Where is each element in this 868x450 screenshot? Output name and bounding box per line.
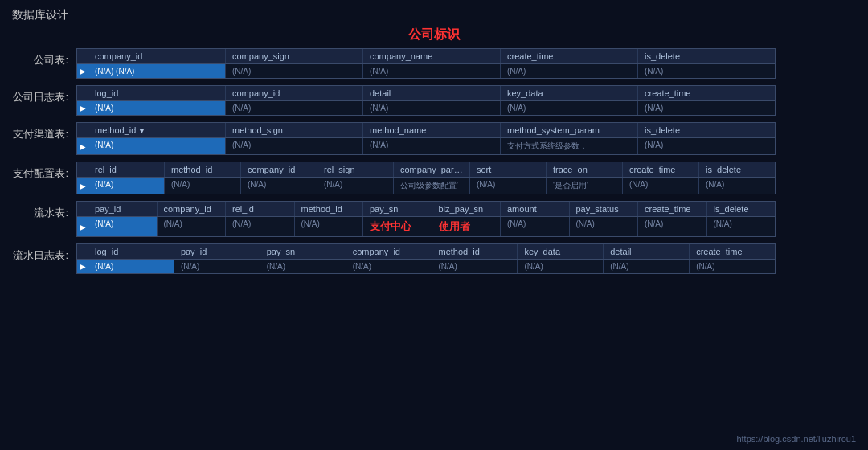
cell-3-0-2: (N/A) bbox=[241, 178, 317, 194]
col-header-3-1: method_id bbox=[165, 162, 241, 177]
cell-5-0-6: (N/A) bbox=[604, 260, 690, 273]
col-header-5-6: detail bbox=[604, 244, 690, 259]
db-table-row-1: 公司日志表:log_idcompany_iddetailkey_datacrea… bbox=[12, 85, 856, 116]
cell-0-0-2: (N/A) bbox=[363, 64, 501, 78]
col-header-0-3: create_time bbox=[501, 49, 638, 63]
cell-5-0-5: (N/A) bbox=[518, 260, 604, 273]
cell-0-0-0: (N/A) (N/A) bbox=[88, 64, 226, 78]
col-header-1-3: key_data bbox=[501, 86, 638, 100]
cell-0-0-4: (N/A) bbox=[638, 64, 775, 78]
col-header-5-5: key_data bbox=[518, 244, 604, 259]
col-header-4-9: is_delete bbox=[707, 202, 776, 216]
cell-3-0-6: '是否启用' bbox=[547, 178, 623, 194]
table-row-3-0: ▶(N/A)(N/A)(N/A)(N/A)公司级参数配置'(N/A)'是否启用'… bbox=[77, 178, 775, 194]
col-header-3-2: company_id bbox=[241, 162, 317, 177]
cell-4-0-9: (N/A) bbox=[707, 217, 776, 236]
table-0: company_idcompany_signcompany_namecreate… bbox=[76, 48, 776, 79]
col-header-3-3: rel_sign bbox=[317, 162, 394, 177]
col-header-4-0: pay_id bbox=[88, 202, 158, 216]
col-header-3-5: sort bbox=[470, 162, 547, 177]
col-header-3-0: rel_id bbox=[88, 162, 165, 177]
table-label-0: 公司表: bbox=[12, 48, 76, 68]
col-header-4-8: create_time bbox=[638, 202, 707, 216]
cell-2-0-2: (N/A) bbox=[363, 138, 501, 154]
table-label-5: 流水日志表: bbox=[12, 243, 76, 263]
table-2: method_idmethod_signmethod_namemethod_sy… bbox=[76, 122, 776, 155]
col-header-0-4: is_delete bbox=[638, 49, 775, 63]
table-row-2-0: ▶(N/A)(N/A)(N/A)支付方式系统级参数，(N/A) bbox=[77, 138, 775, 154]
table-label-4: 流水表: bbox=[12, 201, 76, 220]
table-label-1: 公司日志表: bbox=[12, 85, 76, 104]
cell-4-0-6: (N/A) bbox=[501, 217, 570, 236]
cell-0-0-3: (N/A) bbox=[501, 64, 638, 78]
cell-3-0-7: (N/A) bbox=[623, 178, 699, 194]
col-header-1-2: detail bbox=[363, 86, 501, 100]
col-header-2-0: method_id bbox=[88, 123, 226, 137]
cell-4-0-4: 支付中心 bbox=[363, 217, 432, 236]
cell-1-0-1: (N/A) bbox=[226, 101, 363, 115]
content-area: 公司表:company_idcompany_signcompany_namecr… bbox=[0, 48, 868, 274]
cell-0-0-1: (N/A) bbox=[226, 64, 363, 78]
col-header-3-4: company_param bbox=[394, 162, 470, 177]
cell-1-0-2: (N/A) bbox=[363, 101, 501, 115]
db-table-row-3: 支付配置表:rel_idmethod_idcompany_idrel_signc… bbox=[12, 162, 856, 194]
cell-3-0-1: (N/A) bbox=[165, 178, 241, 194]
col-header-5-2: pay_sn bbox=[260, 244, 346, 259]
col-header-2-3: method_system_param bbox=[501, 123, 638, 137]
col-header-4-1: company_id bbox=[158, 202, 227, 216]
cell-4-0-3: (N/A) bbox=[295, 217, 364, 236]
col-header-5-3: company_id bbox=[346, 244, 432, 259]
cell-5-0-2: (N/A) bbox=[260, 260, 346, 273]
cell-4-0-8: (N/A) bbox=[638, 217, 707, 236]
cell-3-0-3: (N/A) bbox=[317, 178, 394, 194]
cell-4-0-5: 使用者 bbox=[432, 217, 502, 236]
col-header-2-2: method_name bbox=[363, 123, 501, 137]
table-row-0-0: ▶(N/A) (N/A)(N/A)(N/A)(N/A)(N/A) bbox=[77, 64, 775, 78]
cell-5-0-1: (N/A) bbox=[174, 260, 260, 273]
cell-5-0-0: (N/A) bbox=[88, 260, 174, 273]
col-header-4-5: biz_pay_sn bbox=[432, 202, 502, 216]
col-header-4-4: pay_sn bbox=[363, 202, 432, 216]
col-header-5-7: create_time bbox=[690, 244, 775, 259]
db-table-row-5: 流水日志表:log_idpay_idpay_sncompany_idmethod… bbox=[12, 243, 856, 274]
col-header-3-6: trace_on bbox=[547, 162, 623, 177]
col-header-4-2: rel_id bbox=[226, 202, 295, 216]
col-header-1-1: company_id bbox=[226, 86, 363, 100]
cell-3-0-5: (N/A) bbox=[470, 178, 547, 194]
col-header-1-4: create_time bbox=[638, 86, 775, 100]
col-header-1-0: log_id bbox=[88, 86, 226, 100]
footer-url: https://blog.csdn.net/liuzhirou1 bbox=[736, 434, 856, 444]
db-table-row-2: 支付渠道表:method_idmethod_signmethod_namemet… bbox=[12, 122, 856, 155]
cell-4-0-0: (N/A) bbox=[88, 217, 158, 236]
table-label-3: 支付配置表: bbox=[12, 162, 76, 181]
table-1: log_idcompany_iddetailkey_datacreate_tim… bbox=[76, 85, 776, 116]
col-header-4-6: amount bbox=[501, 202, 570, 216]
cell-3-0-8: (N/A) bbox=[699, 178, 775, 194]
col-header-0-0: company_id bbox=[88, 49, 226, 63]
company-label: 公司标识 bbox=[408, 27, 460, 43]
cell-3-0-4: 公司级参数配置' bbox=[394, 178, 470, 194]
table-3: rel_idmethod_idcompany_idrel_signcompany… bbox=[76, 162, 776, 194]
col-header-5-1: pay_id bbox=[174, 244, 260, 259]
cell-2-0-0: (N/A) bbox=[88, 138, 226, 154]
col-header-3-7: create_time bbox=[623, 162, 699, 177]
table-row-5-0: ▶(N/A)(N/A)(N/A)(N/A)(N/A)(N/A)(N/A)(N/A… bbox=[77, 260, 775, 273]
col-header-0-1: company_sign bbox=[226, 49, 363, 63]
col-header-3-8: is_delete bbox=[699, 162, 775, 177]
cell-5-0-4: (N/A) bbox=[432, 260, 518, 273]
cell-5-0-3: (N/A) bbox=[346, 260, 432, 273]
cell-2-0-3: 支付方式系统级参数， bbox=[501, 138, 638, 154]
cell-4-0-2: (N/A) bbox=[226, 217, 295, 236]
cell-1-0-0: (N/A) bbox=[88, 101, 226, 115]
cell-4-0-7: (N/A) bbox=[570, 217, 639, 236]
cell-1-0-4: (N/A) bbox=[638, 101, 775, 115]
col-header-4-7: pay_status bbox=[570, 202, 639, 216]
cell-4-0-1: (N/A) bbox=[158, 217, 227, 236]
table-label-2: 支付渠道表: bbox=[12, 122, 76, 141]
cell-3-0-0: (N/A) bbox=[88, 178, 165, 194]
cell-2-0-4: (N/A) bbox=[638, 138, 775, 154]
page-title: 数据库设计 bbox=[0, 0, 868, 27]
table-5: log_idpay_idpay_sncompany_idmethod_idkey… bbox=[76, 243, 776, 274]
db-table-row-4: 流水表:pay_idcompany_idrel_idmethod_idpay_s… bbox=[12, 201, 856, 237]
table-row-4-0: ▶(N/A)(N/A)(N/A)(N/A)支付中心使用者(N/A)(N/A)(N… bbox=[77, 217, 775, 236]
